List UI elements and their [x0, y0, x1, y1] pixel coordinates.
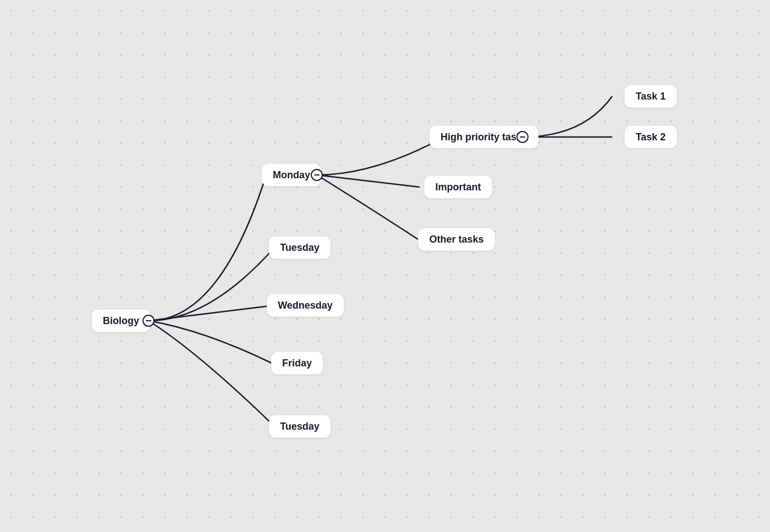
- friday-node[interactable]: Friday: [271, 352, 323, 375]
- other-tasks-node[interactable]: Other tasks: [418, 228, 494, 251]
- monday-collapse-dot[interactable]: [311, 169, 323, 181]
- wednesday-label: Wednesday: [278, 300, 333, 311]
- high-priority-collapse-dot[interactable]: [516, 131, 529, 143]
- biology-collapse-dot[interactable]: [142, 315, 155, 327]
- connections-svg: [0, 0, 770, 532]
- tuesday1-label: Tuesday: [280, 242, 320, 254]
- friday-label: Friday: [282, 358, 312, 369]
- important-label: Important: [436, 182, 481, 193]
- monday-label: Monday: [273, 169, 310, 181]
- tuesday1-node[interactable]: Tuesday: [269, 237, 331, 259]
- task1-node[interactable]: Task 1: [625, 85, 677, 108]
- important-node[interactable]: Important: [425, 176, 492, 199]
- mind-map: Biology Monday Tuesday Wednesday Friday …: [0, 0, 770, 532]
- task2-node[interactable]: Task 2: [625, 126, 677, 149]
- tuesday2-label: Tuesday: [280, 421, 320, 432]
- biology-node[interactable]: Biology: [92, 310, 150, 332]
- other-tasks-label: Other tasks: [429, 234, 483, 245]
- task1-label: Task 1: [636, 91, 666, 102]
- high-priority-label: High priority tasks: [441, 131, 527, 143]
- wednesday-node[interactable]: Wednesday: [267, 294, 344, 317]
- biology-label: Biology: [103, 315, 139, 327]
- tuesday2-node[interactable]: Tuesday: [269, 415, 331, 438]
- task2-label: Task 2: [636, 131, 666, 143]
